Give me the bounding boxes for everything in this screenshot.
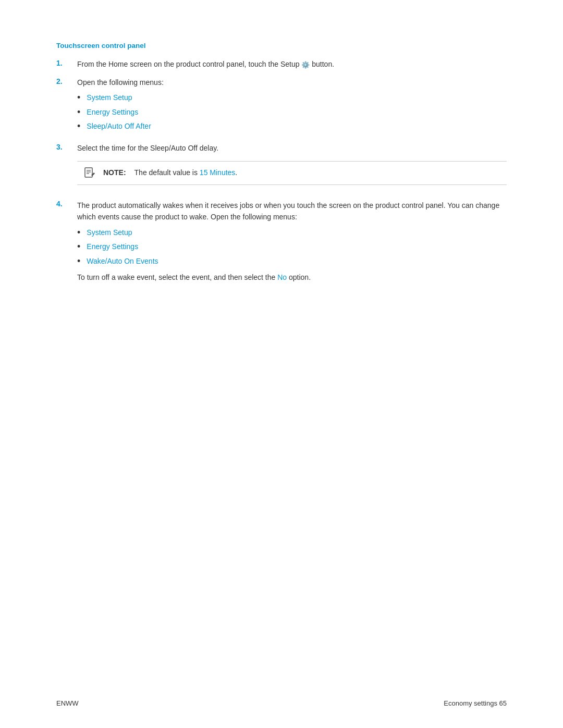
step-1-text-before: From the Home screen on the product cont… (77, 60, 299, 68)
bullet-item-wake-auto: • Wake/Auto On Events (77, 256, 507, 267)
wake-text: To turn off a wake event, select the eve… (77, 272, 507, 283)
bullet-item-energy-settings-2: • Energy Settings (77, 241, 507, 253)
bullet-dot: • (77, 121, 80, 132)
link-wake-auto[interactable]: Wake/Auto On Events (87, 256, 158, 267)
note-box: NOTE: The default value is 15 Minutes. (77, 161, 507, 185)
note-text-after: . (235, 168, 237, 177)
bullet-item-system-setup: • System Setup (77, 92, 507, 104)
note-text-before: The default value is (134, 168, 198, 177)
step-2-bullet-list: • System Setup • Energy Settings • Sleep… (77, 92, 507, 132)
link-no[interactable]: No (277, 273, 287, 281)
step-1-content: From the Home screen on the product cont… (77, 59, 507, 70)
step-2-text: Open the following menus: (77, 78, 164, 87)
bullet-dot: • (77, 256, 80, 267)
footer-left: ENWW (56, 699, 79, 707)
link-energy-settings-2[interactable]: Energy Settings (87, 241, 138, 252)
note-label: NOTE: (103, 167, 126, 178)
bullet-item-system-setup-2: • System Setup (77, 227, 507, 239)
wake-text-after: option. (289, 273, 311, 281)
bullet-item-energy-settings: • Energy Settings (77, 107, 507, 118)
step-2-content: Open the following menus: • System Setup… (77, 77, 507, 135)
bullet-item-sleep-auto: • Sleep/Auto Off After (77, 121, 507, 132)
wake-text-before: To turn off a wake event, select the eve… (77, 273, 275, 281)
bullet-dot: • (77, 241, 80, 253)
step-4-bullet-list: • System Setup • Energy Settings • Wake/… (77, 227, 507, 267)
list-item-2: 2. Open the following menus: • System Se… (56, 77, 507, 135)
bullet-dot: • (77, 107, 80, 118)
list-item-4: 4. The product automatically wakes when … (56, 200, 507, 283)
setup-icon: ⚙️ (301, 60, 310, 70)
note-highlight: 15 Minutes (200, 168, 235, 177)
step-number-1: 1. (56, 59, 77, 67)
bullet-dot: • (77, 92, 80, 104)
list-item-3: 3. Select the time for the Sleep/Auto Of… (56, 143, 507, 192)
section-title: Touchscreen control panel (56, 42, 507, 50)
bullet-dot: • (77, 227, 80, 239)
note-icon (83, 167, 98, 179)
step-1-text-after: button. (312, 60, 334, 68)
step-3-content: Select the time for the Sleep/Auto Off d… (77, 143, 507, 192)
list-item-1: 1. From the Home screen on the product c… (56, 59, 507, 70)
step-number-2: 2. (56, 77, 77, 85)
link-system-setup-2[interactable]: System Setup (87, 227, 132, 238)
step-4-content: The product automatically wakes when it … (77, 200, 507, 283)
step-number-3: 3. (56, 143, 77, 151)
note-text: The default value is 15 Minutes. (134, 167, 238, 178)
footer-right: Economy settings 65 (444, 699, 507, 707)
ordered-list: 1. From the Home screen on the product c… (56, 59, 507, 283)
step-number-4: 4. (56, 200, 77, 208)
link-system-setup[interactable]: System Setup (87, 92, 132, 103)
step-4-text: The product automatically wakes when it … (77, 201, 499, 221)
step-3-text: Select the time for the Sleep/Auto Off d… (77, 144, 218, 152)
svg-rect-0 (85, 168, 92, 177)
footer: ENWW Economy settings 65 (0, 699, 563, 707)
link-energy-settings[interactable]: Energy Settings (87, 107, 138, 118)
link-sleep-auto[interactable]: Sleep/Auto Off After (87, 121, 151, 132)
page-container: Touchscreen control panel 1. From the Ho… (0, 0, 563, 332)
